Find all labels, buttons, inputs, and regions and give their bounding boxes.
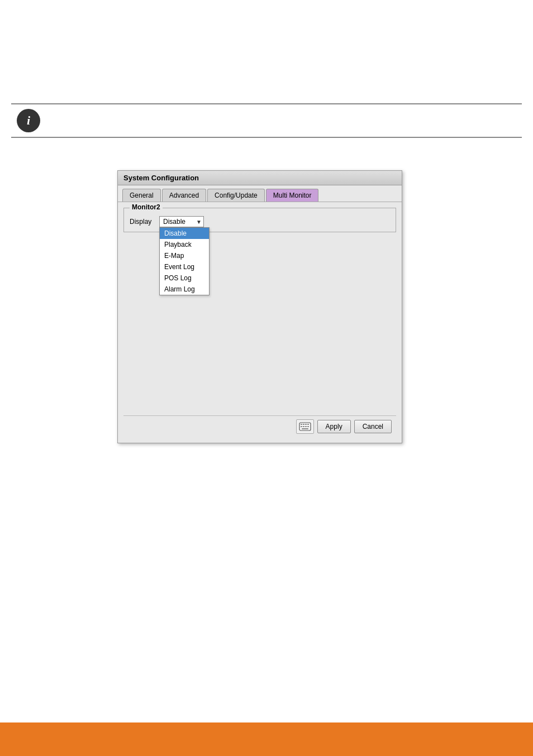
dropdown-item-disable[interactable]: Disable [160, 228, 209, 239]
info-banner: i [11, 103, 522, 138]
svg-rect-8 [307, 426, 309, 427]
info-icon: i [17, 109, 40, 132]
apply-button[interactable]: Apply [317, 420, 351, 433]
dropdown-list: Disable Playback E-Map Event Log POS Log [159, 227, 210, 295]
dialog-title: System Configuration [118, 171, 402, 185]
svg-rect-4 [307, 424, 309, 425]
footer-bar [0, 722, 533, 756]
dropdown-item-alarmlog[interactable]: Alarm Log [160, 284, 209, 295]
button-row: Apply Cancel [123, 415, 396, 437]
tab-general[interactable]: General [122, 189, 161, 202]
display-select[interactable]: Disable [159, 216, 204, 227]
tab-multi-monitor[interactable]: Multi Monitor [266, 189, 319, 202]
dropdown-item-playback[interactable]: Playback [160, 239, 209, 250]
tab-advanced[interactable]: Advanced [162, 189, 206, 202]
tab-config-update[interactable]: Config/Update [207, 189, 265, 202]
system-config-dialog: System Configuration General Advanced Co… [117, 170, 402, 443]
dropdown-item-poslog[interactable]: POS Log [160, 272, 209, 284]
svg-rect-7 [305, 426, 307, 427]
monitor2-group: Monitor2 Display Disable ▼ Disable Playb [123, 208, 396, 232]
svg-rect-2 [303, 424, 304, 425]
svg-rect-9 [302, 428, 308, 429]
dialog-content: Monitor2 Display Disable ▼ Disable Playb [118, 202, 402, 443]
svg-rect-1 [301, 424, 302, 425]
group-label: Monitor2 [130, 203, 163, 211]
keyboard-svg [299, 422, 311, 431]
dropdown-item-emap[interactable]: E-Map [160, 250, 209, 261]
svg-rect-3 [305, 424, 307, 425]
cancel-button[interactable]: Cancel [354, 420, 392, 433]
tab-bar: General Advanced Config/Update Multi Mon… [118, 185, 402, 202]
svg-rect-5 [301, 426, 302, 427]
keyboard-icon[interactable] [296, 419, 314, 434]
svg-rect-6 [303, 426, 304, 427]
display-select-wrapper[interactable]: Disable ▼ Disable Playback E-Map [159, 216, 204, 227]
dropdown-item-eventlog[interactable]: Event Log [160, 261, 209, 272]
display-label: Display [130, 218, 155, 226]
display-row: Display Disable ▼ Disable Playback [130, 216, 390, 227]
